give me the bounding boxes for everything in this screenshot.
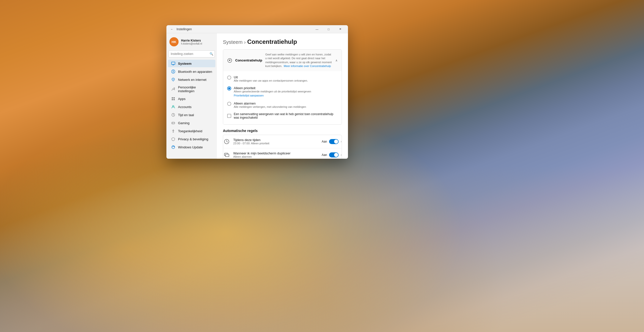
window-body: HK Harrie Kisters h.kisters@xs4all.nl 🔍 … (166, 33, 348, 159)
sidebar-item-apps[interactable]: Apps (168, 95, 215, 103)
svg-point-21 (174, 123, 174, 123)
radio-alarmen-desc: Alle meldingen verbergen, met uitzonderi… (234, 105, 306, 108)
sidebar-item-update[interactable]: Windows Update (168, 143, 215, 151)
sidebar-label-bluetooth: Bluetooth en apparaten (178, 70, 212, 74)
meer-info-link[interactable]: Meer informatie over Concentratiehulp (284, 64, 331, 68)
radio-alarmen[interactable]: Alleen alarmen Alle meldingen verbergen,… (227, 99, 338, 110)
checkbox-label: Een samenvatting weergeven van wat ik he… (234, 112, 338, 119)
rule-dupliceer[interactable]: Wanneer ik mijn beeldscherm dupliceer Al… (223, 148, 342, 159)
rule-tijden-right: Aan › (322, 139, 342, 144)
user-profile[interactable]: HK Harrie Kisters h.kisters@xs4all.nl (166, 35, 217, 48)
privacy-icon (171, 137, 175, 141)
auto-rules-title: Automatische regels (223, 129, 342, 133)
netwerk-icon (171, 77, 175, 82)
rule-tijden-status: Aan (322, 140, 327, 143)
sidebar-label-apps: Apps (178, 97, 186, 101)
svg-rect-10 (173, 97, 175, 98)
rule-tijden-toggle[interactable] (329, 139, 339, 144)
rule-dupliceer-toggle[interactable] (329, 152, 339, 157)
radio-prioriteit[interactable]: Alleen prioriteit Alleen geselecteerde m… (227, 84, 338, 99)
sidebar-item-accounts[interactable]: Accounts (168, 103, 215, 111)
rule-dupliceer-title: Wanneer ik mijn beeldscherm dupliceer (233, 151, 319, 155)
svg-point-22 (173, 129, 174, 130)
sidebar-label-netwerk: Netwerk en internet (178, 78, 207, 82)
svg-text:HK: HK (172, 40, 177, 44)
sidebar-label-persoonlijk: Persoonlijke instellingen (178, 85, 212, 93)
accounts-icon (171, 105, 175, 109)
radio-prioriteit-desc: Alleen geselecteerde meldingen uit de pr… (234, 90, 311, 93)
breadcrumb-parent: Systeem (223, 39, 243, 45)
svg-rect-2 (171, 62, 175, 64)
radio-uit-text: Uit Alle meldingen van uw apps en contac… (234, 75, 308, 82)
radio-circle-alarmen (227, 102, 231, 106)
sidebar-item-bluetooth[interactable]: B Bluetooth en apparaten (168, 68, 215, 75)
avatar: HK (169, 37, 179, 46)
sidebar-label-tijd: Tijd en taal (178, 113, 194, 117)
settings-window: ← Instellingen — □ ✕ HK Harrie Kister (166, 25, 348, 159)
search-icon: 🔍 (210, 52, 213, 56)
radio-uit-label: Uit (234, 75, 308, 79)
svg-point-29 (229, 60, 230, 61)
breadcrumb: Systeem › Concentratiehulp (223, 38, 342, 45)
sidebar-label-privacy: Privacy & beveiliging (178, 137, 208, 141)
section-header[interactable]: Concentratiehulp Geef aan welke meldinge… (223, 50, 342, 71)
apps-icon (171, 96, 175, 101)
radio-circle-uit (227, 76, 231, 80)
sidebar-item-persoonlijk[interactable]: Persoonlijke instellingen (168, 84, 215, 94)
rule-dupliceer-icon (223, 151, 230, 158)
section-body: Uit Alle meldingen van uw apps en contac… (223, 71, 342, 124)
prioriteitslijst-link[interactable]: Prioriteitslijst aanpassen (234, 94, 264, 97)
concentratie-desc: Geef aan welke meldingen u wilt zien en … (265, 53, 332, 68)
rule-tijden-sub: 23:00 - 07:00: Alleen prioriteit (233, 142, 319, 145)
user-email: h.kisters@xs4all.nl (181, 42, 214, 45)
window-title: Instellingen (177, 27, 311, 31)
main-content: Systeem › Concentratiehulp Concentratieh… (217, 33, 348, 159)
sidebar-item-tijd[interactable]: Tijd en taal (168, 111, 215, 119)
rule-tijden-text: Tijdens deze tijden 23:00 - 07:00: Allee… (233, 138, 319, 145)
rule-dupliceer-text: Wanneer ik mijn beeldscherm dupliceer Al… (233, 151, 319, 158)
rules-card: Tijdens deze tijden 23:00 - 07:00: Allee… (223, 135, 342, 159)
search-input[interactable] (168, 50, 215, 57)
sidebar-item-gaming[interactable]: Gaming (168, 119, 215, 127)
sidebar-label-systeem: Systeem (178, 62, 191, 65)
minimize-button[interactable]: — (311, 25, 323, 33)
maximize-button[interactable]: □ (323, 25, 334, 33)
concentratiehulp-card: Concentratiehulp Geef aan welke meldinge… (223, 49, 342, 125)
svg-point-27 (172, 146, 175, 149)
gaming-icon (171, 121, 175, 125)
concentratie-icon (227, 58, 232, 63)
sidebar-label-gaming: Gaming (178, 121, 190, 125)
rule-tijden-icon (223, 138, 230, 145)
rule-dupliceer-right: Aan › (322, 152, 342, 157)
back-button[interactable]: ← (168, 26, 175, 33)
toegankelijkheid-icon (171, 129, 175, 133)
section-chevron-icon: ∧ (335, 59, 338, 62)
radio-uit[interactable]: Uit Alle meldingen van uw apps en contac… (227, 73, 338, 84)
sidebar-label-update: Windows Update (178, 145, 203, 149)
svg-line-32 (227, 142, 228, 142)
user-name: Harrie Kisters (181, 39, 214, 42)
bluetooth-icon: B (171, 69, 175, 74)
radio-alarmen-text: Alleen alarmen Alle meldingen verbergen,… (234, 102, 306, 108)
sidebar-item-systeem[interactable]: Systeem (168, 60, 215, 67)
title-bar: ← Instellingen — □ ✕ (166, 25, 348, 33)
svg-point-7 (173, 79, 174, 80)
rule-tijden-chevron: › (341, 140, 342, 143)
rule-dupliceer-sub: Alleen alarmen (233, 155, 319, 158)
close-button[interactable]: ✕ (334, 25, 346, 33)
sidebar-item-privacy[interactable]: Privacy & beveiliging (168, 135, 215, 143)
svg-line-16 (173, 115, 174, 115)
svg-text:B: B (172, 70, 174, 73)
rule-tijden[interactable]: Tijdens deze tijden 23:00 - 07:00: Allee… (223, 135, 342, 148)
search-box: 🔍 (168, 50, 215, 57)
systeem-icon (171, 61, 175, 66)
checkbox-samenvatting[interactable]: Een samenvatting weergeven van wat ik he… (227, 110, 338, 121)
rule-dupliceer-chevron: › (341, 153, 342, 157)
svg-rect-11 (172, 99, 173, 100)
sidebar-item-toegankelijkheid[interactable]: Toegankelijkheid (168, 127, 215, 135)
sidebar: HK Harrie Kisters h.kisters@xs4all.nl 🔍 … (166, 33, 217, 159)
radio-uit-desc: Alle meldingen van uw apps en contactper… (234, 79, 308, 82)
rule-dupliceer-status: Aan (322, 153, 327, 157)
radio-alarmen-label: Alleen alarmen (234, 102, 306, 105)
sidebar-item-netwerk[interactable]: Netwerk en internet (168, 76, 215, 83)
